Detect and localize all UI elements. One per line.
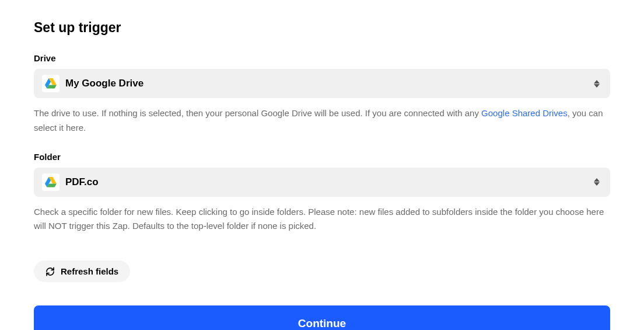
folder-label: Folder	[34, 152, 610, 162]
drive-field-group: Drive My Google Drive The drive to use. …	[34, 53, 610, 136]
refresh-fields-label: Refresh fields	[61, 266, 118, 276]
sort-icon	[594, 178, 600, 186]
folder-select-value: PDF.co	[65, 176, 594, 188]
continue-button[interactable]: Continue	[34, 305, 610, 330]
drive-select[interactable]: My Google Drive	[34, 69, 610, 98]
drive-help-text: The drive to use. If nothing is selected…	[34, 106, 610, 136]
drive-select-value: My Google Drive	[65, 78, 594, 89]
shared-drives-link[interactable]: Google Shared Drives	[481, 108, 568, 118]
folder-select[interactable]: PDF.co	[34, 168, 610, 197]
refresh-fields-button[interactable]: Refresh fields	[34, 260, 130, 282]
folder-help-text: Check a specific folder for new files. K…	[34, 205, 610, 234]
google-drive-icon	[42, 75, 60, 92]
page-title: Set up trigger	[34, 20, 610, 36]
drive-help-prefix: The drive to use. If nothing is selected…	[34, 108, 481, 118]
refresh-icon	[46, 267, 55, 276]
google-drive-icon	[42, 173, 60, 191]
drive-label: Drive	[34, 53, 610, 63]
sort-icon	[594, 80, 600, 88]
folder-field-group: Folder PDF.co Check a specific folder fo…	[34, 152, 610, 234]
